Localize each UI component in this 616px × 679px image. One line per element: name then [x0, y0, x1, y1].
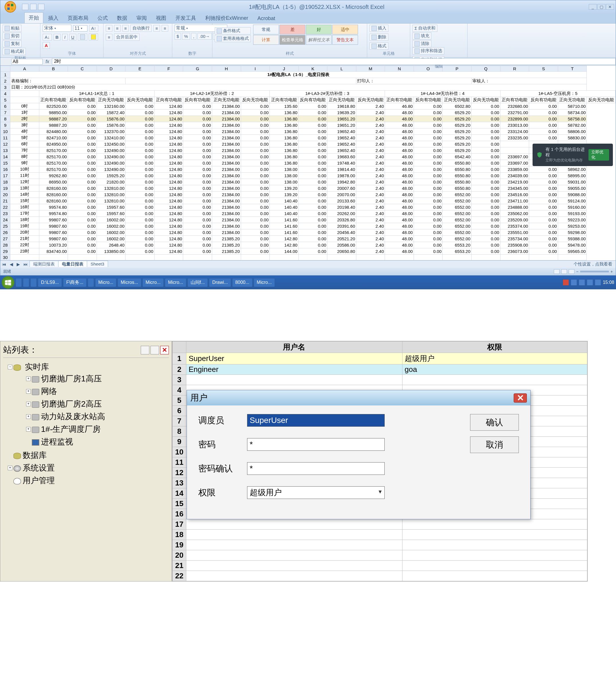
taskbar-item[interactable]: [23, 278, 29, 287]
fill-button[interactable]: 填充: [412, 32, 432, 39]
currency-button[interactable]: $: [175, 33, 181, 39]
font-name-combo[interactable]: 宋体: [43, 25, 71, 32]
tree-item[interactable]: 1#-生产调度厂房: [23, 423, 169, 435]
taskbar-item[interactable]: F\商务...: [63, 278, 87, 287]
clear-button[interactable]: 清除: [412, 40, 432, 47]
tab-nav-last[interactable]: ⏭: [22, 262, 30, 267]
tray-shield-icon[interactable]: [595, 279, 601, 286]
ribbon-tab[interactable]: 审阅: [132, 12, 151, 23]
style-good[interactable]: 好: [306, 25, 332, 34]
style-explain[interactable]: 解释性文本: [306, 35, 332, 45]
ribbon-tab[interactable]: 视图: [151, 12, 171, 23]
qat-redo-icon[interactable]: [38, 4, 44, 10]
font-color-button[interactable]: A: [43, 42, 50, 49]
font-size-combo[interactable]: 11: [73, 25, 88, 32]
insert-button[interactable]: 插入: [370, 25, 388, 32]
increase-font-button[interactable]: A↑: [89, 25, 98, 32]
underline-button[interactable]: U: [69, 34, 76, 40]
align-center-button[interactable]: ≡: [162, 25, 168, 32]
align-bottom-button[interactable]: ≡: [123, 25, 129, 32]
zoom-in-button[interactable]: +: [611, 269, 613, 274]
taskbar-item[interactable]: 8000...: [232, 278, 252, 287]
taskbar-item[interactable]: Micro...: [165, 278, 186, 287]
align-middle-button[interactable]: ≡: [114, 25, 121, 32]
maximize-button[interactable]: ▢: [597, 4, 605, 10]
notif-action-button[interactable]: 立即优化: [588, 149, 609, 161]
tray-clock[interactable]: 15:08: [603, 280, 614, 285]
paste-button[interactable]: 粘贴: [3, 25, 22, 32]
tree-item[interactable]: 切磨抛厂房1高压: [23, 373, 169, 385]
minimize-button[interactable]: _: [589, 4, 597, 10]
italic-button[interactable]: I: [62, 34, 67, 40]
tree-system-settings[interactable]: 系统设置: [5, 462, 169, 474]
tray-network-icon[interactable]: [579, 279, 585, 286]
format-button[interactable]: 格式: [370, 42, 388, 50]
zoom-slider[interactable]: [580, 271, 609, 272]
formula-bar[interactable]: 2时: [52, 58, 616, 65]
taskbar-item[interactable]: [15, 278, 22, 287]
tray-sogou-icon[interactable]: [563, 279, 569, 286]
taskbar-item[interactable]: [30, 278, 37, 287]
view-pagelayout-icon[interactable]: [561, 269, 567, 274]
taskbar-item[interactable]: Drawi...: [209, 278, 231, 287]
tree-root[interactable]: 实时库 切磨抛厂房1高压网络切磨抛厂房2高压动力站及废水站高1#-生产调度厂房进…: [5, 361, 169, 449]
fill-color-button[interactable]: [89, 34, 98, 40]
password-confirm-field[interactable]: *: [247, 462, 385, 475]
station-tree[interactable]: 实时库 切磨抛厂房1高压网络切磨抛厂房2高压动力站及废水站高1#-生产调度厂房进…: [3, 361, 169, 487]
align-right-button[interactable]: ≡: [106, 34, 112, 40]
taskbar-item[interactable]: Micro...: [254, 278, 275, 287]
taskbar-item[interactable]: Micros...: [117, 278, 141, 287]
ribbon-tab[interactable]: Acrobat: [253, 13, 279, 23]
ribbon-tab[interactable]: 开发工具: [171, 12, 200, 23]
ok-button[interactable]: 确认: [470, 414, 519, 431]
close-icon[interactable]: ✕: [160, 346, 169, 354]
style-check[interactable]: 检查单元格: [279, 35, 305, 45]
percent-button[interactable]: %: [182, 33, 190, 39]
name-box[interactable]: A8: [11, 59, 43, 65]
ribbon-tab[interactable]: 利驰报价ExWinner: [201, 12, 252, 23]
ribbon-tab[interactable]: 插入: [44, 12, 63, 23]
tab-nav-prev[interactable]: ◀: [8, 262, 15, 267]
taskbar-item[interactable]: Micro...: [142, 278, 164, 287]
wrap-text-button[interactable]: 自动换行: [130, 25, 151, 32]
taskbar-item[interactable]: Micro...: [95, 278, 116, 287]
zoom-out-button[interactable]: −: [576, 269, 578, 274]
sheet-tab[interactable]: Sheet3: [87, 261, 108, 267]
format-painter-button[interactable]: 格式刷: [3, 48, 26, 55]
style-calc[interactable]: 计算: [253, 35, 279, 45]
tray-ime-icon[interactable]: [571, 279, 577, 286]
dec-inc-button[interactable]: .00→: [198, 33, 212, 39]
align-top-button[interactable]: ≡: [106, 25, 112, 32]
delete-button[interactable]: 删除: [370, 34, 388, 41]
personalize-hint[interactable]: 个性设置，点我看看: [574, 261, 616, 267]
table-format-button[interactable]: 套用表格格式: [215, 35, 251, 42]
start-button[interactable]: [2, 276, 14, 289]
tree-item[interactable]: 动力站及废水站高: [23, 410, 169, 423]
sort-filter-button[interactable]: 排序和筛选: [412, 47, 444, 55]
style-bad[interactable]: 差: [279, 25, 305, 34]
ribbon-tab[interactable]: 数据: [113, 12, 132, 23]
ribbon-tab[interactable]: 公式: [93, 12, 112, 23]
taskbar-item[interactable]: D:\LS9...: [38, 278, 62, 287]
refresh-icon[interactable]: [141, 346, 149, 354]
qat-save-icon[interactable]: [22, 4, 28, 10]
operator-field[interactable]: SuperUser: [247, 414, 385, 427]
view-normal-icon[interactable]: [554, 269, 559, 274]
sheet-tab[interactable]: 电量日报表: [58, 261, 87, 267]
qat-undo-icon[interactable]: [30, 4, 36, 10]
autosum-button[interactable]: Σ 自动求和: [412, 25, 437, 32]
border-button[interactable]: [78, 34, 87, 40]
ribbon-tab[interactable]: 页面布局: [63, 12, 93, 23]
office-button[interactable]: [0, 0, 20, 13]
style-normal[interactable]: 常规: [253, 25, 279, 34]
worksheet-area[interactable]: ABCDEFGHIJKLMNOPQRST11#配电房LA（1-5）_电度日报表2…: [0, 66, 616, 260]
cancel-button[interactable]: 取消: [470, 437, 519, 453]
tree-item[interactable]: 切磨抛厂房2高压: [23, 398, 169, 410]
cut-button[interactable]: 剪切: [3, 32, 22, 39]
cond-format-button[interactable]: 条件格式: [215, 27, 251, 34]
role-dropdown[interactable]: 超级用户: [247, 486, 385, 499]
tree-item[interactable]: 网络: [23, 385, 169, 398]
tray-volume-icon[interactable]: [587, 279, 593, 286]
view-pagebreak-icon[interactable]: [569, 269, 575, 274]
align-left-button[interactable]: ≡: [153, 25, 160, 32]
